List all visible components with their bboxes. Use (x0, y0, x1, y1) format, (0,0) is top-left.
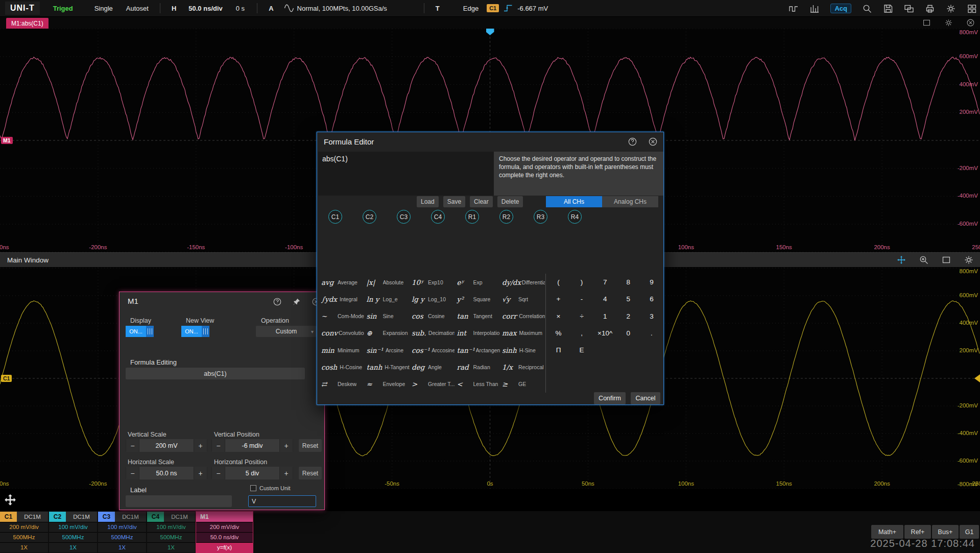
decrement-button[interactable]: − (126, 467, 139, 479)
decrement-button[interactable]: − (211, 439, 225, 452)
single-button[interactable]: Single (94, 5, 113, 12)
trigger-level-marker[interactable] (974, 374, 980, 382)
tab-analog-chs[interactable]: Analog CHs (602, 196, 658, 207)
function-less-than[interactable]: <Less Than (455, 376, 500, 393)
operand-c2[interactable]: C2 (363, 210, 376, 224)
printer-icon[interactable] (925, 4, 935, 14)
vertical-position-value[interactable]: -6 mdiv (225, 439, 279, 452)
dual-display-icon[interactable] (904, 4, 914, 14)
keypad-key[interactable]: 2 (617, 308, 640, 325)
tab-all-chs[interactable]: All CHs (546, 196, 602, 207)
keypad-key[interactable]: ÷ (570, 308, 593, 325)
clear-button[interactable]: Clear (470, 196, 493, 207)
keypad-key[interactable]: 7 (593, 274, 616, 291)
probe-adjust-icon[interactable] (788, 4, 799, 14)
keypad-key[interactable]: % (547, 325, 570, 342)
keypad-key[interactable]: E (570, 342, 593, 358)
display-toggle[interactable]: ON... (126, 326, 154, 337)
function-tangent[interactable]: tanTangent (455, 308, 500, 325)
search-icon[interactable] (862, 4, 872, 14)
function-com-mode[interactable]: ~Com-Mode (319, 308, 364, 325)
function-arcsine[interactable]: sin⁻¹Arcsine (365, 342, 410, 358)
tab-m1-abs-c1[interactable]: M1:abs(C1) (6, 18, 49, 29)
function-greater-t-[interactable]: >Greater T... (410, 376, 455, 393)
increment-button[interactable]: + (194, 467, 207, 479)
trigger-level-value[interactable]: -6.667 mV (517, 5, 548, 12)
keypad-key[interactable]: 0 (617, 325, 640, 342)
decrement-button[interactable]: − (211, 467, 225, 479)
increment-button[interactable]: + (279, 439, 293, 452)
trigger-menu-button[interactable]: T (436, 5, 440, 12)
c1-channel-badge[interactable]: C1 (1, 375, 12, 382)
keypad-key[interactable]: × (547, 308, 570, 325)
function-sine[interactable]: sinSine (365, 308, 410, 325)
grid-layout-icon[interactable] (967, 4, 977, 14)
keypad-key[interactable]: 9 (640, 274, 663, 291)
function-angle[interactable]: degAngle (410, 359, 455, 376)
channel-block-c3[interactable]: C3DC1M100 mV/div500MHz1X (98, 512, 146, 552)
function-exp[interactable]: eʸExp (455, 274, 500, 291)
function-square[interactable]: y²Square (455, 291, 500, 307)
function-interpolation[interactable]: intInterpolation (455, 325, 500, 342)
channel-block-c2[interactable]: C2DC1M100 mV/div500MHz1X (49, 512, 97, 552)
channel-block-m1[interactable]: M1200 mV/div50.0 ns/divy=f(x) (196, 512, 253, 552)
vertical-reset-button[interactable]: Reset (299, 439, 322, 452)
keypad-key[interactable]: , (570, 325, 593, 342)
function-cosine[interactable]: cosCosine (410, 308, 455, 325)
operand-r1[interactable]: R1 (465, 210, 479, 224)
function-differential[interactable]: dy/dxDifferential (500, 274, 545, 291)
channel-block-c1[interactable]: C1DC1M200 mV/div500MHz1X (0, 512, 48, 552)
horizontal-reset-button[interactable]: Reset (299, 467, 322, 479)
keypad-key[interactable]: - (570, 291, 593, 307)
keypad-key[interactable]: + (547, 291, 570, 307)
load-button[interactable]: Load (417, 196, 439, 207)
function-envelope[interactable]: ≈Envelope (365, 376, 410, 393)
keypad-key[interactable]: 6 (640, 291, 663, 307)
math-button[interactable]: Math+ (871, 525, 903, 539)
operation-select[interactable]: Custom▾ (256, 326, 317, 337)
operand-r3[interactable]: R3 (534, 210, 547, 224)
keypad-key[interactable]: 5 (617, 291, 640, 307)
close-circle-icon[interactable] (648, 137, 658, 147)
formula-editing-field[interactable]: abs(C1) (126, 368, 305, 379)
horizontal-scale-value[interactable]: 50.0 ns (139, 467, 194, 479)
trigger-source-badge[interactable]: C1 (487, 4, 499, 12)
zoom-in-icon[interactable] (919, 255, 929, 265)
operand-c4[interactable]: C4 (431, 210, 445, 224)
function-log-10[interactable]: lg yLog_10 (410, 291, 455, 307)
operand-c3[interactable]: C3 (397, 210, 411, 224)
keypad-key[interactable]: 3 (640, 308, 663, 325)
operand-c1[interactable]: C1 (328, 210, 342, 224)
g1-button[interactable]: G1 (960, 525, 979, 539)
function-sqrt[interactable]: √ySqrt (500, 291, 545, 307)
move-icon[interactable] (3, 493, 17, 508)
ref-button[interactable]: Ref+ (904, 525, 931, 539)
cancel-button[interactable]: Cancel (631, 392, 660, 404)
function-h-tangent[interactable]: tanhH-Tangent (365, 359, 410, 376)
confirm-button[interactable]: Confirm (594, 392, 626, 404)
vertical-scale-value[interactable]: 200 mV (139, 439, 194, 452)
window-icon[interactable] (922, 18, 931, 27)
function-reciprocal[interactable]: 1/xReciprocal (500, 359, 545, 376)
keypad-key[interactable]: ×10^ (593, 325, 616, 342)
function-arctangent[interactable]: tan⁻¹Arctangent (455, 342, 500, 358)
keypad-key[interactable]: . (640, 325, 663, 342)
help-icon[interactable] (273, 297, 282, 306)
acq-menu-button[interactable]: Acq (830, 4, 851, 13)
increment-button[interactable]: + (194, 439, 207, 452)
operand-r2[interactable]: R2 (499, 210, 513, 224)
function-exp10[interactable]: 10ʸExp10 (410, 274, 455, 291)
m1-channel-badge[interactable]: M1 (1, 137, 13, 144)
function-expansion[interactable]: ⊕Expansion (365, 325, 410, 342)
save-icon[interactable] (883, 4, 893, 14)
filter-comb-icon[interactable] (809, 4, 820, 14)
function-log-e[interactable]: ln yLog_e (365, 291, 410, 307)
trigger-type[interactable]: Edge (463, 5, 479, 12)
function-correlation[interactable]: corrCorrelation (500, 308, 545, 325)
keypad-key[interactable]: Π (547, 342, 570, 358)
function-deskew[interactable]: ⇄Deskew (319, 376, 364, 393)
save-button[interactable]: Save (443, 196, 465, 207)
increment-button[interactable]: + (279, 467, 293, 479)
new-view-toggle[interactable]: ON... (181, 326, 209, 337)
function-minimum[interactable]: minMinimum (319, 342, 364, 358)
